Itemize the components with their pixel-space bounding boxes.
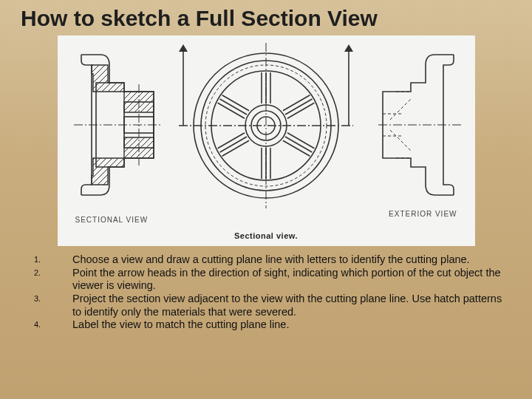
step-number: 4.: [34, 318, 72, 332]
step-text: Choose a view and draw a cutting plane l…: [72, 253, 505, 267]
figure-container: SECTIONAL VIEW EXTERIOR VIEW Sectional v…: [58, 35, 475, 246]
exterior-view-label: EXTERIOR VIEW: [389, 210, 457, 218]
figure-caption: Sectional view.: [234, 231, 298, 240]
step-text: Project the section view adjacent to the…: [72, 293, 505, 318]
sectional-view-label: SECTIONAL VIEW: [75, 216, 149, 224]
step-number: 2.: [34, 267, 72, 293]
page-title: How to sketch a Full Section View: [0, 0, 532, 35]
step-number: 1.: [34, 253, 72, 267]
step-number: 3.: [34, 293, 72, 318]
step-text: Point the arrow heads in the direction o…: [72, 267, 505, 293]
step-text: Label the view to match the cutting plan…: [72, 318, 505, 332]
steps-list: 1. Choose a view and draw a cutting plan…: [0, 250, 532, 332]
